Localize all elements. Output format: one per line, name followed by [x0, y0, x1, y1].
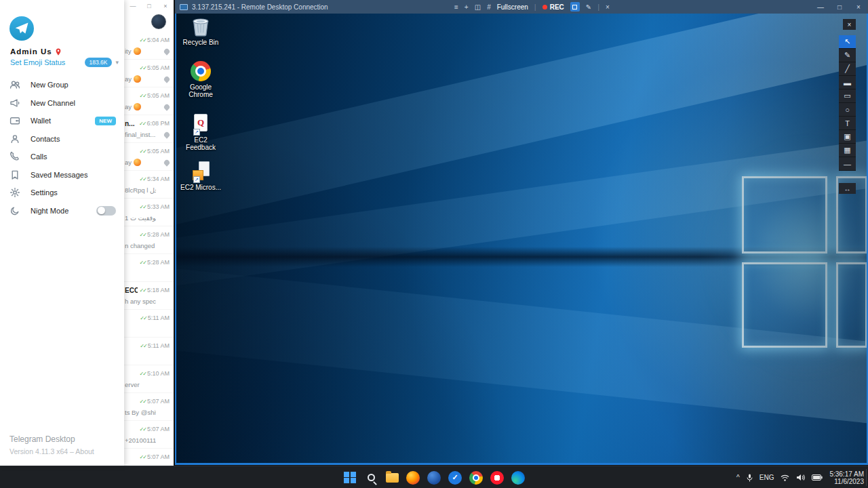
tool-glyph-icon: —	[844, 160, 851, 168]
pin-icon	[163, 103, 170, 110]
annotation-tool-button[interactable]: —	[839, 157, 856, 171]
minimize-button[interactable]: —	[125, 0, 141, 12]
annotation-resize-button[interactable]: ↔	[839, 183, 856, 194]
menu-item-wallet[interactable]: Wallet NEW	[0, 112, 124, 130]
maximize-button[interactable]: □	[830, 0, 849, 14]
menu-item-saved-messages[interactable]: Saved Messages	[0, 166, 124, 184]
chat-time-group: ✓✓ 5:07 AM	[140, 453, 170, 460]
menu-item-night-mode[interactable]: Night Mode	[0, 202, 124, 220]
clock[interactable]: 5:36:17 AM 11/6/2023	[829, 470, 864, 485]
chat-time-group: ✓✓ 5:04 AM	[140, 37, 170, 43]
firefox-button[interactable]	[406, 470, 420, 485]
menu-list: New Group New Channel Wallet NEW Contact…	[0, 76, 124, 220]
chat-row-line2: ts By @shivan...	[125, 407, 170, 418]
windows-icon[interactable]: ◫	[475, 3, 481, 11]
read-checkmarks-icon: ✓✓	[140, 287, 146, 293]
red-pin-icon	[55, 48, 62, 56]
chat-row-line2: ay	[125, 157, 170, 167]
chat-time-group: ✓✓ 5:18 AM	[140, 287, 170, 293]
gear-icon	[9, 187, 20, 198]
record-button[interactable]: REC	[542, 3, 564, 11]
set-emoji-status-link[interactable]: Set Emoji Status	[10, 58, 65, 66]
microphone-icon[interactable]	[747, 474, 753, 482]
chat-snippet: موفقيت ت 1£	[125, 214, 156, 222]
chat-time: 5:07 AM	[147, 398, 170, 405]
chrome-button[interactable]	[469, 470, 484, 485]
active-annotation-button[interactable]	[570, 2, 580, 12]
menu-item-calls[interactable]: Calls	[0, 148, 124, 166]
chat-row-line2	[125, 324, 170, 334]
menu-icon[interactable]: ≡	[454, 3, 458, 11]
language-indicator[interactable]: ENG	[760, 474, 774, 481]
chat-time: 5:05 AM	[147, 148, 170, 155]
annotation-tool-button[interactable]: T	[839, 117, 856, 130]
remote-desktop[interactable]: Recycle Bin Google Chrome Q ↗ EC2 Feedba…	[175, 14, 868, 465]
defender-button[interactable]: ✓	[448, 470, 462, 485]
version-about-link[interactable]: Version 4.11.3 x64 – About	[9, 447, 94, 455]
annotation-tool-button[interactable]: ╱	[839, 62, 856, 76]
annotation-tool-button[interactable]: ▦	[839, 144, 856, 157]
menu-item-settings[interactable]: Settings	[0, 184, 124, 202]
toolbar-separator: |	[534, 3, 536, 11]
rdp-window: 3.137.215.241 - Remote Desktop Connectio…	[175, 0, 868, 465]
edge-button[interactable]	[511, 470, 526, 485]
grid-icon[interactable]: #	[487, 3, 491, 11]
search-button[interactable]	[363, 470, 378, 485]
desktop-icon-label: Google Chrome	[179, 83, 222, 98]
menu-item-new-channel[interactable]: New Channel	[0, 94, 124, 113]
chat-title: ECC	[125, 287, 138, 294]
desktop-icon-recycle-bin[interactable]: Recycle Bin	[179, 16, 222, 46]
close-button[interactable]: ×	[849, 0, 868, 14]
blue-app-button[interactable]	[427, 470, 441, 485]
battery-icon[interactable]	[812, 474, 823, 481]
avatar[interactable]	[151, 14, 166, 29]
desktop-icon-ec2-feedback[interactable]: Q ↗ EC2 Feedback	[179, 114, 222, 151]
file-explorer-button[interactable]	[384, 470, 399, 485]
chat-time-group: ✓✓ 5:33 AM	[140, 203, 170, 210]
desktop-icon-google-chrome[interactable]: Google Chrome	[179, 61, 222, 98]
close-button[interactable]: ×	[157, 0, 174, 12]
chat-time: 5:11 AM	[148, 314, 170, 321]
profile-name[interactable]: Admin Us	[10, 47, 62, 56]
read-checkmarks-icon: ✓✓	[140, 399, 146, 405]
annotation-tool-button[interactable]: ▭	[839, 89, 856, 103]
menu-item-new-group[interactable]: New Group	[0, 76, 124, 94]
emoji-avatar-icon	[134, 103, 141, 110]
chat-row-line2: ity	[125, 46, 170, 56]
toolbar-close-icon[interactable]: ×	[606, 3, 610, 11]
annotation-tool-button[interactable]: ↖	[839, 35, 856, 49]
record-label: REC	[550, 3, 564, 11]
chat-time-group: ✓✓ 5:05 AM	[140, 92, 170, 99]
annotation-close-button[interactable]: ×	[843, 19, 856, 30]
pin-tool-icon[interactable]: +	[465, 3, 469, 11]
chat-time: 5:05 AM	[147, 64, 170, 71]
annotation-tool-button[interactable]: ▬	[839, 76, 856, 89]
taskbar-center-icons: ✓	[342, 466, 526, 488]
chat-time: 5:05 AM	[147, 92, 170, 99]
read-checkmarks-icon: ✓✓	[140, 37, 146, 43]
start-button[interactable]	[342, 470, 357, 485]
pin-icon	[163, 159, 170, 166]
maximize-button[interactable]: □	[141, 0, 157, 12]
desktop-icon-ec2-micros[interactable]: ↗ EC2 Micros...	[179, 161, 222, 191]
wifi-icon[interactable]	[781, 474, 789, 481]
tool-glyph-icon: ╱	[845, 64, 850, 73]
annotation-tool-button[interactable]: ○	[839, 103, 856, 117]
annotation-tool-button[interactable]: ▣	[839, 130, 856, 144]
fullscreen-button[interactable]: Fullscreen	[497, 3, 528, 11]
chat-time: 6:08 PM	[146, 120, 170, 127]
bookmark-icon	[9, 169, 20, 180]
menu-item-contacts[interactable]: Contacts	[0, 130, 124, 148]
wallpaper-vignette	[176, 14, 867, 463]
tray-time: 5:36:17 AM	[829, 470, 864, 478]
chevron-down-icon[interactable]: ▾	[115, 59, 119, 66]
opera-button[interactable]	[490, 470, 505, 485]
night-mode-toggle[interactable]	[96, 206, 116, 216]
hidden-icons-chevron[interactable]: ^	[736, 474, 740, 481]
volume-icon[interactable]	[796, 474, 805, 481]
read-checkmarks-icon: ✓✓	[140, 371, 146, 377]
new-badge: NEW	[95, 117, 116, 125]
annotation-tool-button[interactable]: ✎	[839, 49, 856, 62]
minimize-button[interactable]: —	[811, 0, 830, 14]
pencil-icon[interactable]: ✎	[586, 3, 591, 11]
